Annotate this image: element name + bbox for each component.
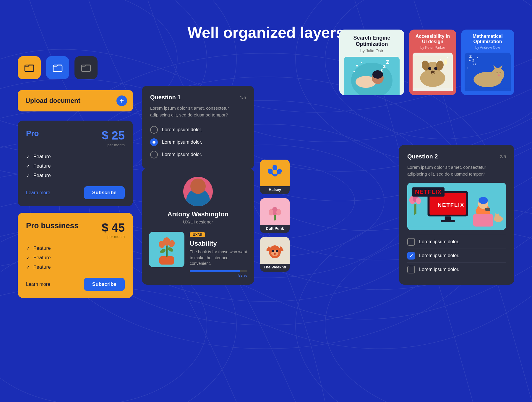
svg-point-58 <box>431 71 435 73</box>
svg-point-69 <box>473 64 474 64</box>
question1-option-1-label: Lorem ipsum dolor. <box>162 127 202 132</box>
pro-features-list: Feature Feature Feature <box>26 152 125 180</box>
svg-point-33 <box>276 209 281 215</box>
pro-card-title: Pro <box>26 129 39 138</box>
checkbox-2 <box>407 252 415 260</box>
question2-text: Lorem ipsum dolor sit amet, consectetur … <box>407 164 506 177</box>
seo-book-thumbnail: z z z <box>344 57 400 95</box>
icon-buttons-group <box>18 56 98 79</box>
svg-point-24 <box>167 247 174 252</box>
svg-text:z: z <box>383 63 386 69</box>
blue-folder-button[interactable] <box>46 56 69 79</box>
netflix-label: NETFLIX <box>412 187 445 197</box>
duft-punk-label: Duft Punk <box>264 225 286 231</box>
question1-text: Lorem ipsum dolor sit amet, consectetur … <box>150 105 246 118</box>
question1-title: Question 1 <box>150 94 181 101</box>
question2-card: Question 2 2/5 Lorem ipsum dolor sit ame… <box>399 145 514 285</box>
pro-business-feature-2: Feature <box>26 253 125 262</box>
svg-rect-78 <box>445 216 451 221</box>
question1-progress: 1/5 <box>240 95 246 100</box>
radio-circle-2 <box>150 138 158 146</box>
svg-point-87 <box>494 214 499 219</box>
seo-book-title: Search Engine Optimization <box>344 35 400 47</box>
usability-title: Usability <box>190 240 247 247</box>
svg-point-38 <box>272 250 274 252</box>
math-book-title: Mathematical Optimization <box>465 34 511 44</box>
svg-text:z: z <box>381 68 383 72</box>
pro-business-period: per month <box>102 234 125 239</box>
question2-title: Question 2 <box>407 153 438 160</box>
svg-point-63 <box>492 68 504 81</box>
weeknd-thumbnail <box>260 237 290 264</box>
pro-card: Pro $ 25 per month Feature Feature Featu… <box>18 121 133 206</box>
pro-card-period: per month <box>102 143 125 147</box>
question2-option-1-label: Lorem ipsum dolor. <box>419 239 459 244</box>
pro-card-price: $ 25 <box>102 129 125 142</box>
halsey-label: Halsey <box>267 186 283 192</box>
usability-card: ux/ui Usability The book is for those wh… <box>142 225 254 285</box>
weeknd-label: The Weeknd <box>262 264 288 269</box>
svg-rect-18 <box>159 256 174 265</box>
usability-tag: ux/ui <box>190 232 205 237</box>
svg-rect-84 <box>485 208 490 211</box>
netflix-thumbnail: NETFLIX <box>407 183 506 230</box>
checkbox-1 <box>407 238 415 246</box>
svg-point-32 <box>269 209 273 215</box>
usability-progress-label: 88 % <box>190 273 247 278</box>
svg-text:z: z <box>469 53 472 59</box>
question2-option-3[interactable]: Lorem ipsum dolor. <box>407 262 506 276</box>
upload-document-button[interactable]: Upload document + <box>18 90 133 111</box>
music-card-the-weeknd[interactable]: The Weeknd <box>260 237 290 272</box>
svg-point-67 <box>469 59 471 61</box>
music-card-duft-punk[interactable]: Duft Punk <box>260 198 290 233</box>
pro-business-feature-1: Feature <box>26 244 125 253</box>
svg-point-70 <box>467 67 468 68</box>
contact-avatar <box>183 177 213 206</box>
seo-book-author: by Julia Ostr <box>344 48 400 53</box>
svg-point-93 <box>416 197 421 204</box>
book-card-accessibility[interactable]: Accessibility in UI design by Peter Park… <box>409 30 456 95</box>
pro-feature-1: Feature <box>26 152 125 161</box>
music-card-halsey[interactable]: Halsey <box>260 160 290 194</box>
svg-rect-79 <box>441 220 455 222</box>
usability-desc: The book is for those who want to make t… <box>190 249 247 267</box>
pro-business-features-list: Feature Feature Feature <box>26 244 125 272</box>
radio-circle-1 <box>150 126 158 134</box>
svg-rect-94 <box>414 214 421 219</box>
pro-business-learn-more-link[interactable]: Learn more <box>26 282 50 287</box>
pro-business-price: $ 45 <box>102 221 125 234</box>
question1-option-3[interactable]: Lorem ipsum dolor. <box>150 148 246 161</box>
svg-text:NETFLIX: NETFLIX <box>438 202 464 208</box>
usability-progress-fill <box>190 270 240 272</box>
svg-point-59 <box>440 59 441 60</box>
pro-feature-2: Feature <box>26 161 125 171</box>
pro-business-feature-3: Feature <box>26 262 125 272</box>
svg-point-39 <box>276 250 278 252</box>
question2-option-2-label: Lorem ipsum dolor. <box>419 253 459 258</box>
radio-circle-3 <box>150 151 158 158</box>
question1-card: Question 1 1/5 Lorem ipsum dolor sit ame… <box>142 86 254 169</box>
book-card-math[interactable]: Mathematical Optimization by Andrew Cow <box>461 30 514 95</box>
pro-learn-more-link[interactable]: Learn more <box>26 190 50 195</box>
accessibility-book-author: by Peter Parker <box>413 46 453 50</box>
svg-point-29 <box>273 170 277 174</box>
question1-option-2[interactable]: Lorem ipsum dolor. <box>150 136 246 148</box>
upload-document-label: Upload document <box>25 97 80 105</box>
svg-rect-85 <box>473 214 494 227</box>
svg-text:z: z <box>475 63 476 66</box>
pro-business-card: Pro bussiness $ 45 per month Feature Fea… <box>18 213 133 298</box>
question2-option-1[interactable]: Lorem ipsum dolor. <box>407 235 506 249</box>
yellow-folder-button[interactable] <box>18 56 41 79</box>
book-card-seo[interactable]: Search Engine Optimization by Julia Ostr… <box>339 30 404 95</box>
dark-folder-button[interactable] <box>74 56 98 79</box>
question2-option-2[interactable]: Lorem ipsum dolor. <box>407 249 506 262</box>
usability-image <box>149 232 184 267</box>
usability-content: ux/ui Usability The book is for those wh… <box>190 232 247 278</box>
accessibility-book-title: Accessibility in UI design <box>413 34 453 44</box>
svg-text:z: z <box>386 58 389 65</box>
pro-subscribe-button[interactable]: Subscribe <box>84 186 125 199</box>
question2-progress: 2/5 <box>500 154 506 159</box>
svg-point-57 <box>434 67 437 70</box>
pro-business-subscribe-button[interactable]: Subscribe <box>84 278 125 291</box>
question1-option-1[interactable]: Lorem ipsum dolor. <box>150 124 246 136</box>
